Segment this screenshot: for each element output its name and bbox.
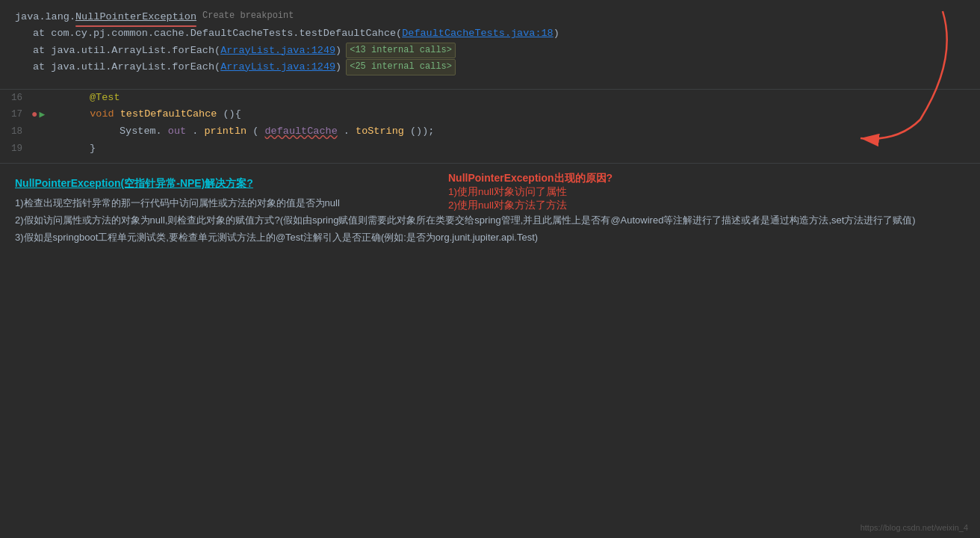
callout-line1: 1)使用null对象访问了属性 — [448, 185, 612, 199]
println-stmt: System. out . println ( defaultCache . t… — [60, 126, 434, 137]
callout-annotation: NullPointerException出现的原因? 1)使用null对象访问了… — [448, 172, 612, 212]
stack-trace: java.lang. NullPointerException Create b… — [0, 0, 980, 81]
stack-line3-prefix: at java.util.ArrayList.forEach( — [33, 43, 220, 59]
code-line-19: 19 } — [0, 140, 980, 157]
line-content-17: void testDefaultCahce (){ — [45, 106, 980, 123]
bottom-p3: 3)假如是springboot工程单元测试类,要检查单元测试方法上的@Test注… — [15, 229, 965, 247]
callout-title: NullPointerException出现的原因? — [448, 172, 612, 185]
stack-line4-prefix: at java.util.ArrayList.forEach( — [33, 59, 220, 75]
stack-line4-close: ) — [335, 59, 341, 75]
watermark: https://blog.csdn.net/weixin_4 — [860, 523, 968, 532]
gutter-17: ● ▶ — [31, 106, 45, 123]
stack-line2-link[interactable]: DefaultCacheTests.java:18 — [402, 25, 553, 42]
close-brace: } — [60, 143, 96, 154]
line-number-17: 17 — [0, 106, 31, 123]
method-name: testDefaultCahce — [120, 108, 217, 120]
stack-line3-close: ) — [335, 43, 341, 59]
stack-line2-prefix: at com.cy.pj.common.cache.DefaultCacheTe… — [33, 25, 402, 42]
code-editor: 16 @Test 17 ● ▶ void testDefaultCahce ()… — [0, 89, 980, 157]
tostring-method: toString — [356, 126, 404, 137]
void-kw: void testDefaultCahce (){ — [60, 108, 241, 120]
run-arrow-icon[interactable]: ▶ — [39, 107, 45, 123]
code-line-18: 18 System. out . println ( defaultCache … — [0, 123, 980, 140]
println-method: println — [204, 126, 246, 137]
npe-link[interactable]: NullPointerException — [75, 11, 196, 22]
method-parens: (){ — [223, 108, 241, 120]
bottom-p2: 2)假如访问属性或方法的对象为null,则检查此对象的赋值方式?(假如由spri… — [15, 212, 965, 229]
out-field: out — [168, 126, 186, 137]
void-keyword: void — [90, 108, 120, 120]
stack-line-4: at java.util.ArrayList.forEach( ArrayLis… — [33, 59, 965, 75]
line-number-16: 16 — [0, 90, 31, 106]
stack-line-3: at java.util.ArrayList.forEach( ArrayLis… — [33, 43, 965, 59]
stack-line-1: java.lang. NullPointerException Create b… — [15, 9, 965, 25]
default-cache: defaultCache — [265, 126, 338, 137]
annotation-marker: @Test — [60, 92, 120, 103]
stack-line3-link[interactable]: ArrayList.java:1249 — [220, 43, 335, 59]
breakpoint-icon[interactable]: ● — [31, 106, 37, 123]
java-lang-prefix: java.lang. — [15, 9, 75, 25]
dot1: . — [192, 126, 198, 137]
stack-line2-close: ) — [553, 25, 559, 42]
main-container: java.lang. NullPointerException Create b… — [0, 0, 980, 538]
annotation-test: @Test — [90, 92, 120, 103]
line-content-16: @Test — [45, 90, 980, 106]
code-line-16: 16 @Test — [0, 90, 980, 106]
create-breakpoint-label: Create breakpoint — [202, 9, 294, 24]
npe-class[interactable]: NullPointerException — [75, 9, 196, 25]
line-number-18: 18 — [0, 123, 31, 140]
brace-close: } — [90, 143, 96, 154]
line-content-18: System. out . println ( defaultCache . t… — [45, 123, 980, 140]
system-class: System. — [120, 126, 162, 137]
stack-line4-calls: <25 internal calls> — [346, 59, 456, 75]
paren-open: ( — [252, 126, 258, 137]
stack-line-2: at com.cy.pj.common.cache.DefaultCacheTe… — [33, 25, 965, 42]
stack-line4-link[interactable]: ArrayList.java:1249 — [220, 59, 335, 75]
line-content-19: } — [45, 140, 980, 157]
dot2: . — [344, 126, 350, 137]
stack-line3-calls: <13 internal calls> — [346, 43, 456, 59]
line-number-19: 19 — [0, 140, 31, 157]
paren-close: ()); — [410, 126, 434, 137]
callout-line2: 2)使用null对象方法了方法 — [448, 199, 612, 212]
code-line-17: 17 ● ▶ void testDefaultCahce (){ — [0, 106, 980, 123]
